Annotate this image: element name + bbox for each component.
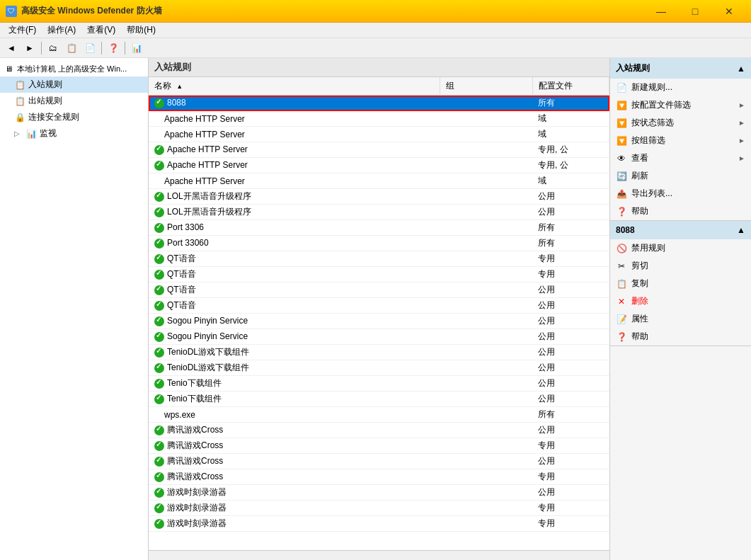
col-name[interactable]: 名称 ▲ <box>149 77 440 96</box>
cell-name: 腾讯游戏Cross <box>149 454 440 469</box>
action-filter-profile[interactable]: 🔽 按配置文件筛选 ► <box>610 96 751 114</box>
enabled-icon <box>154 503 164 513</box>
action-filter-group[interactable]: 🔽 按组筛选 ► <box>610 132 751 149</box>
view-arrow: ► <box>738 154 745 162</box>
cell-profile: 所有 <box>532 407 609 423</box>
sidebar-item-monitor[interactable]: ▷ 📊 监视 <box>0 125 148 142</box>
minimize-button[interactable]: — <box>645 1 677 21</box>
cell-profile: 公用 <box>532 314 609 329</box>
table-row[interactable]: QT语音专用 <box>149 267 609 282</box>
sidebar-item-outbound-label: 出站规则 <box>28 95 62 107</box>
toolbar-chart[interactable]: 📊 <box>128 40 145 56</box>
action-help-section2[interactable]: ❓ 帮助 <box>610 328 751 345</box>
cell-group <box>440 516 532 532</box>
action-disable-rule[interactable]: 🚫 禁用规则 <box>610 239 751 257</box>
toolbar-forward[interactable]: ► <box>21 40 38 56</box>
table-row[interactable]: QT语音专用 <box>149 251 609 267</box>
action-copy[interactable]: 📋 复制 <box>610 275 751 292</box>
filter-group-arrow: ► <box>738 137 745 144</box>
action-cut[interactable]: ✂ 剪切 <box>610 257 751 275</box>
toolbar-show-hide[interactable]: 📋 <box>63 40 80 56</box>
toolbar: ◄ ► 🗂 📋 📄 ❓ 📊 <box>0 38 751 58</box>
table-row[interactable]: 腾讯游戏Cross专用 <box>149 469 609 485</box>
table-row[interactable]: QT语音公用 <box>149 298 609 314</box>
table-row[interactable]: wps.exe所有 <box>149 407 609 423</box>
cell-name: LOL开黑语音升级程序 <box>149 189 440 205</box>
table-row[interactable]: 腾讯游戏Cross专用 <box>149 438 609 454</box>
table-row[interactable]: LOL开黑语音升级程序公用 <box>149 205 609 220</box>
rules-table-scroll[interactable]: 名称 ▲ 组 配置文件 8088所有Apache HTTP Server域Apa… <box>149 77 609 550</box>
cell-name: Apache HTTP Server <box>149 158 440 173</box>
actions-section-8088: 8088 ▲ 🚫 禁用规则 ✂ 剪切 📋 复制 ✕ 删除 📝 属性 <box>610 221 751 346</box>
actions-title-8088: 8088 <box>616 225 635 235</box>
toolbar-back[interactable]: ◄ <box>3 40 20 56</box>
rule-name: QT语音 <box>167 300 196 310</box>
filter-status-icon: 🔽 <box>616 118 627 129</box>
menu-view[interactable]: 查看(V) <box>81 23 121 38</box>
table-row[interactable]: QT语音公用 <box>149 282 609 298</box>
table-row[interactable]: Port 3306所有 <box>149 220 609 236</box>
filter-group-icon: 🔽 <box>616 135 627 147</box>
action-export[interactable]: 📤 导出列表... <box>610 185 751 202</box>
action-delete[interactable]: ✕ 删除 <box>610 292 751 310</box>
table-row[interactable]: Apache HTTP Server域 <box>149 173 609 189</box>
enabled-icon <box>154 161 164 171</box>
close-button[interactable]: ✕ <box>713 1 745 21</box>
table-row[interactable]: 8088所有 <box>149 96 609 111</box>
table-row[interactable]: 腾讯游戏Cross公用 <box>149 454 609 469</box>
actions-collapse-inbound: ▲ <box>737 64 745 74</box>
menu-action[interactable]: 操作(A) <box>42 23 81 38</box>
action-help-section1[interactable]: ❓ 帮助 <box>610 202 751 220</box>
menu-help[interactable]: 帮助(H) <box>121 23 161 38</box>
table-row[interactable]: TenioDL游戏下载组件公用 <box>149 345 609 360</box>
table-row[interactable]: Apache HTTP Server专用, 公 <box>149 158 609 173</box>
cell-profile: 专用, 公 <box>532 158 609 173</box>
action-properties[interactable]: 📝 属性 <box>610 310 751 328</box>
toolbar-up[interactable]: 🗂 <box>45 40 62 56</box>
toolbar-properties[interactable]: 📄 <box>81 40 98 56</box>
enabled-icon <box>154 348 164 358</box>
cell-group <box>440 360 532 376</box>
actions-header-8088[interactable]: 8088 ▲ <box>610 221 751 239</box>
table-row[interactable]: Tenio下载组件公用 <box>149 392 609 407</box>
sidebar-item-connection[interactable]: 🔒 连接安全规则 <box>0 109 148 125</box>
sidebar-item-inbound[interactable]: 📋 入站规则 <box>0 76 148 93</box>
maximize-button[interactable]: □ <box>679 1 711 21</box>
table-row[interactable]: TenioDL游戏下载组件公用 <box>149 360 609 376</box>
cell-group <box>440 485 532 501</box>
rule-name: Sogou Pinyin Service <box>167 331 248 341</box>
toolbar-help[interactable]: ❓ <box>105 40 122 56</box>
menu-bar: 文件(F) 操作(A) 查看(V) 帮助(H) <box>0 23 751 38</box>
inbound-icon: 📋 <box>14 79 25 91</box>
table-row[interactable]: LOL开黑语音升级程序公用 <box>149 189 609 205</box>
table-row[interactable]: 游戏时刻录游器专用 <box>149 501 609 516</box>
table-row[interactable]: Port 33060所有 <box>149 236 609 251</box>
center-panel: 入站规则 名称 ▲ 组 配置文件 <box>149 58 609 560</box>
action-new-rule[interactable]: 📄 新建规则... <box>610 79 751 96</box>
table-row[interactable]: Apache HTTP Server专用, 公 <box>149 142 609 158</box>
sidebar-item-outbound[interactable]: 📋 出站规则 <box>0 93 148 109</box>
action-properties-label: 属性 <box>631 313 648 325</box>
rule-name: Apache HTTP Server <box>164 176 245 186</box>
action-filter-status[interactable]: 🔽 按状态筛选 ► <box>610 114 751 132</box>
rule-name: QT语音 <box>167 253 196 263</box>
menu-file[interactable]: 文件(F) <box>3 23 42 38</box>
col-group[interactable]: 组 <box>440 77 532 96</box>
table-row[interactable]: Sogou Pinyin Service公用 <box>149 314 609 329</box>
cell-profile: 专用 <box>532 251 609 267</box>
table-row[interactable]: 游戏时刻录游器公用 <box>149 485 609 501</box>
actions-header-inbound[interactable]: 入站规则 ▲ <box>610 58 751 79</box>
cell-profile: 公用 <box>532 345 609 360</box>
col-profile[interactable]: 配置文件 <box>532 77 609 96</box>
table-row[interactable]: Apache HTTP Server域 <box>149 127 609 142</box>
table-row[interactable]: 游戏时刻录游器专用 <box>149 516 609 532</box>
table-row[interactable]: Apache HTTP Server域 <box>149 111 609 127</box>
table-row[interactable]: 腾讯游戏Cross公用 <box>149 423 609 438</box>
h-scrollbar[interactable] <box>149 550 609 560</box>
action-view[interactable]: 👁 查看 ► <box>610 149 751 167</box>
cell-group <box>440 454 532 469</box>
table-row[interactable]: Tenio下载组件公用 <box>149 376 609 392</box>
action-refresh[interactable]: 🔄 刷新 <box>610 167 751 185</box>
table-row[interactable]: Sogou Pinyin Service公用 <box>149 329 609 345</box>
tree-root[interactable]: 🖥 本地计算机 上的高级安全 Win... <box>0 61 148 76</box>
